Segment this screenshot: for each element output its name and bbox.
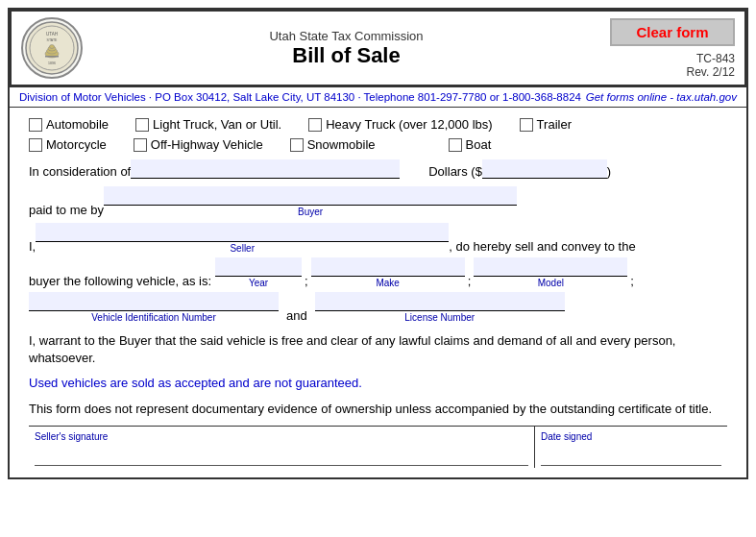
seller-sig-label: Seller's signature <box>35 431 108 442</box>
i-label: I, <box>29 239 36 254</box>
checkbox-motorcycle[interactable]: Motorcycle <box>29 137 107 152</box>
header-center: Utah State Tax Commission Bill of Sale <box>83 29 610 68</box>
buyer-field-group: Buyer <box>104 186 517 217</box>
trailer-label: Trailer <box>537 117 572 132</box>
dollars-field-group <box>482 159 607 179</box>
motorcycle-checkbox[interactable] <box>29 138 42 152</box>
automobile-label: Automobile <box>46 117 109 132</box>
checkbox-off-highway[interactable]: Off-Highway Vehicle <box>134 137 263 152</box>
svg-text:1896: 1896 <box>48 61 56 65</box>
light-truck-label: Light Truck, Van or Util. <box>153 117 281 132</box>
seller-field-group: Seller <box>36 223 449 254</box>
semicolon1: ; <box>305 274 308 288</box>
and-label: and <box>286 308 307 323</box>
svg-text:UTAH: UTAH <box>46 32 58 37</box>
date-sig-label: Date signed <box>541 431 592 442</box>
svg-point-7 <box>50 45 55 49</box>
form-rev: Rev. 2/12 <box>610 65 735 79</box>
agency-name: Utah State Tax Commission <box>83 29 610 43</box>
boat-label: Boat <box>466 137 492 152</box>
checkbox-boat[interactable]: Boat <box>449 137 492 152</box>
checkbox-automobile[interactable]: Automobile <box>29 117 109 132</box>
year-input[interactable] <box>215 257 302 277</box>
buyer-line: paid to me by Buyer <box>29 186 727 217</box>
make-input[interactable] <box>311 257 465 277</box>
seller-input[interactable] <box>36 223 449 242</box>
vehicle-line: buyer the following vehicle, as is: Year… <box>29 257 727 288</box>
para1: I, warrant to the Buyer that the said ve… <box>29 332 727 367</box>
main-content: Automobile Light Truck, Van or Util. Hea… <box>10 108 746 477</box>
automobile-checkbox[interactable] <box>29 118 42 132</box>
heavy-truck-label: Heavy Truck (over 12,000 lbs) <box>326 117 492 132</box>
boat-checkbox[interactable] <box>449 138 462 152</box>
heavy-truck-checkbox[interactable] <box>308 118 322 132</box>
consideration-text: In consideration of <box>29 164 131 179</box>
seller-sig-col: Seller's signature <box>29 427 535 468</box>
off-highway-label: Off-Highway Vehicle <box>151 137 263 152</box>
model-input[interactable] <box>474 257 627 277</box>
vehicle-type-row2: Motorcycle Off-Highway Vehicle Snowmobil… <box>29 137 727 152</box>
svg-text:STATE: STATE <box>47 38 58 42</box>
vin-input[interactable] <box>29 292 279 311</box>
consideration-input[interactable] <box>131 159 400 179</box>
dollars-input[interactable] <box>482 159 607 179</box>
license-input[interactable] <box>315 292 565 311</box>
seller-line: I, Seller , do hereby sell and convey to… <box>29 223 727 254</box>
document-title: Bill of Sale <box>83 43 610 68</box>
get-forms-link: Get forms online - tax.utah.gov <box>586 91 737 103</box>
make-label: Make <box>376 278 399 288</box>
date-sig-line <box>541 445 721 466</box>
info-bar: Division of Motor Vehicles · PO Box 3041… <box>10 86 746 108</box>
checkbox-trailer[interactable]: Trailer <box>520 117 572 132</box>
checkbox-heavy-truck[interactable]: Heavy Truck (over 12,000 lbs) <box>308 117 492 132</box>
do-hereby-text: , do hereby sell and convey to the <box>449 239 635 254</box>
signature-section: Seller's signature Date signed <box>29 426 727 468</box>
header-right: Clear form TC-843 Rev. 2/12 <box>610 18 735 79</box>
date-col: Date signed <box>535 427 727 468</box>
vehicle-type-row1: Automobile Light Truck, Van or Util. Hea… <box>29 117 727 132</box>
snowmobile-label: Snowmobile <box>307 137 376 152</box>
checkbox-snowmobile[interactable]: Snowmobile <box>290 137 376 152</box>
motorcycle-label: Motorcycle <box>46 137 107 152</box>
state-seal: UTAH STATE 1896 <box>21 17 83 79</box>
dollars-close: ) <box>607 164 611 179</box>
vin-field-group: Vehicle Identification Number <box>29 292 279 323</box>
semicolon3: ; <box>630 274 634 288</box>
para3: This form does not represent documentary… <box>29 401 727 418</box>
header: UTAH STATE 1896 Utah State Tax Commissio… <box>10 10 746 86</box>
seller-sig-line <box>35 445 528 466</box>
year-label: Year <box>249 278 268 288</box>
year-field-group: Year <box>215 257 302 288</box>
consideration-field-group <box>131 159 400 179</box>
para2: Used vehicles are sold as accepted and a… <box>29 375 727 392</box>
license-label: License Number <box>404 312 475 323</box>
make-field-group: Make <box>311 257 465 288</box>
vin-line: Vehicle Identification Number and Licens… <box>29 292 727 323</box>
dollars-label: Dollars ($ <box>428 164 482 179</box>
buyer-input[interactable] <box>104 186 517 206</box>
model-label: Model <box>538 278 564 288</box>
license-field-group: License Number <box>315 292 565 323</box>
form-code: TC-843 <box>610 52 735 65</box>
buyer-following-text: buyer the following vehicle, as is: <box>29 274 211 288</box>
light-truck-checkbox[interactable] <box>135 118 149 132</box>
vin-label: Vehicle Identification Number <box>91 312 216 323</box>
svg-rect-8 <box>45 56 59 58</box>
trailer-checkbox[interactable] <box>520 118 533 132</box>
vehicle-types: Automobile Light Truck, Van or Util. Hea… <box>29 117 727 152</box>
model-field-group: Model <box>474 257 627 288</box>
seller-field-label: Seller <box>230 243 255 254</box>
semicolon2: ; <box>468 274 472 288</box>
clear-form-button[interactable]: Clear form <box>610 18 735 46</box>
buyer-field-label: Buyer <box>298 207 323 217</box>
off-highway-checkbox[interactable] <box>134 138 147 152</box>
paid-label: paid to me by <box>29 203 104 217</box>
checkbox-light-truck[interactable]: Light Truck, Van or Util. <box>135 117 281 132</box>
dmv-info: Division of Motor Vehicles · PO Box 3041… <box>19 91 581 103</box>
consideration-line: In consideration of Dollars ($ ) <box>29 159 727 179</box>
snowmobile-checkbox[interactable] <box>290 138 304 152</box>
